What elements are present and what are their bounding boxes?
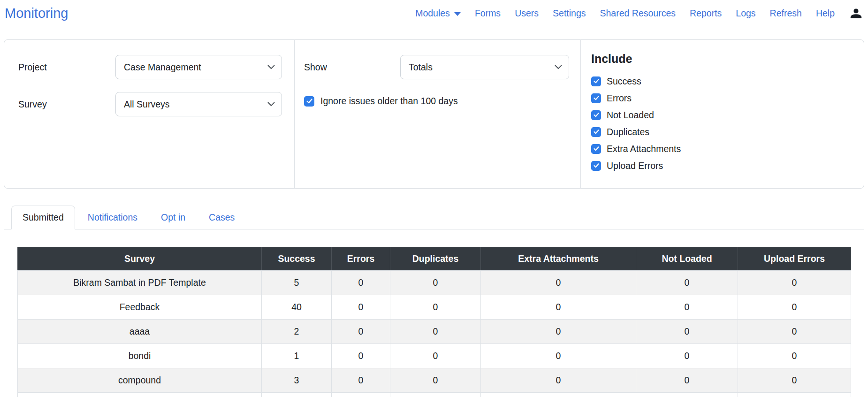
tab-notifications[interactable]: Notifications xyxy=(77,206,148,229)
include-checkbox-upload-errors[interactable] xyxy=(591,161,601,171)
table-row-feedback: Feedback4000000 xyxy=(18,295,851,320)
survey-select-wrap: All Surveys xyxy=(115,92,282,116)
table-cell: 0 xyxy=(636,368,738,393)
table-cell xyxy=(332,393,390,397)
filter-panel: Project Case Management Survey All Surve… xyxy=(4,39,864,189)
table-cell: Feedback xyxy=(18,295,262,320)
table-cell: 0 xyxy=(738,295,851,320)
table-cell: 0 xyxy=(481,295,636,320)
table-cell: 0 xyxy=(636,344,738,368)
column-header-errors: Errors xyxy=(332,247,390,271)
include-option-errors: Errors xyxy=(591,90,864,107)
column-header-extra-attachments: Extra Attachments xyxy=(481,247,636,271)
check-icon xyxy=(594,163,599,168)
tab-cases[interactable]: Cases xyxy=(198,206,245,229)
show-select[interactable]: Totals xyxy=(400,55,569,79)
table-header-row: SurveySuccessErrorsDuplicatesExtra Attac… xyxy=(18,247,851,271)
check-icon xyxy=(594,113,599,117)
nav-link-settings[interactable]: Settings xyxy=(553,8,586,19)
person-icon[interactable] xyxy=(850,7,862,20)
table-cell: compound xyxy=(18,368,262,393)
include-checkbox-errors[interactable] xyxy=(591,93,601,103)
include-checkbox-duplicates[interactable] xyxy=(591,127,601,137)
table-cell: 0 xyxy=(332,271,390,295)
include-checkbox-extra-attachments[interactable] xyxy=(591,144,601,154)
brand-link[interactable]: Monitoring xyxy=(5,7,68,20)
include-option-success: Success xyxy=(591,73,864,90)
column-header-survey: Survey xyxy=(18,247,262,271)
ignore-issues-row: Ignore issues older than 100 days xyxy=(304,96,571,107)
table-cell: 0 xyxy=(481,368,636,393)
table-cell: 0 xyxy=(738,320,851,344)
table-cell: 0 xyxy=(738,271,851,295)
table-cell: Bikram Sambat in PDF Template xyxy=(18,271,262,295)
table-cell: 0 xyxy=(390,344,481,368)
nav-link-shared-resources[interactable]: Shared Resources xyxy=(600,8,676,19)
table-cell: 0 xyxy=(390,295,481,320)
table-cell: 0 xyxy=(390,320,481,344)
table-cell xyxy=(636,393,738,397)
table-cell: 0 xyxy=(636,271,738,295)
show-label: Show xyxy=(304,62,400,73)
nav-link-help[interactable]: Help xyxy=(816,8,835,19)
table-row-bikram-sambat-in-pdf-template: Bikram Sambat in PDF Template500000 xyxy=(18,271,851,295)
table-cell xyxy=(262,393,332,397)
include-heading: Include xyxy=(591,52,864,66)
table-row-bondi: bondi100000 xyxy=(18,344,851,368)
column-header-duplicates: Duplicates xyxy=(390,247,481,271)
check-icon xyxy=(594,96,599,100)
show-select-wrap: Totals xyxy=(400,55,569,79)
page: Monitoring ModulesFormsUsersSettingsShar… xyxy=(0,0,868,397)
include-label-duplicates: Duplicates xyxy=(607,127,649,137)
include-options: SuccessErrorsNot LoadedDuplicatesExtra A… xyxy=(591,73,864,174)
nav-link-modules[interactable]: Modules xyxy=(415,8,461,19)
include-option-upload-errors: Upload Errors xyxy=(591,157,864,174)
include-label-extra-attachments: Extra Attachments xyxy=(607,144,681,154)
table-cell: 0 xyxy=(636,320,738,344)
project-select-wrap: Case Management xyxy=(115,55,282,79)
table-cell: 40 xyxy=(262,295,332,320)
include-label-upload-errors: Upload Errors xyxy=(607,160,663,171)
table-cell: 0 xyxy=(390,368,481,393)
table-cell: 1 xyxy=(262,344,332,368)
table-cell: 0 xyxy=(738,368,851,393)
tab-opt-in[interactable]: Opt in xyxy=(150,206,196,229)
table-cell xyxy=(481,393,636,397)
tab-bar: SubmittedNotificationsOpt inCases xyxy=(4,206,864,229)
nav-link-forms[interactable]: Forms xyxy=(475,8,501,19)
ignore-issues-label: Ignore issues older than 100 days xyxy=(320,96,458,107)
table-cell: 0 xyxy=(332,344,390,368)
table-cell: aaaa xyxy=(18,320,262,344)
filter-column-project: Project Case Management Survey All Surve… xyxy=(4,40,295,188)
column-header-success: Success xyxy=(262,247,332,271)
tab-submitted[interactable]: Submitted xyxy=(11,206,75,229)
table-row-compound: compound300000 xyxy=(18,368,851,393)
nav-link-users[interactable]: Users xyxy=(515,8,539,19)
survey-select[interactable]: All Surveys xyxy=(115,92,282,116)
project-label: Project xyxy=(18,62,115,73)
column-header-not-loaded: Not Loaded xyxy=(636,247,738,271)
table-cell: 0 xyxy=(738,344,851,368)
table-cell: 0 xyxy=(481,344,636,368)
check-icon xyxy=(594,146,599,151)
table-cell: bondi xyxy=(18,344,262,368)
ignore-issues-checkbox[interactable] xyxy=(304,96,314,107)
include-checkbox-success[interactable] xyxy=(591,76,601,86)
table-cell: 3 xyxy=(262,368,332,393)
nav-link-refresh[interactable]: Refresh xyxy=(770,8,802,19)
top-bar: Monitoring ModulesFormsUsersSettingsShar… xyxy=(0,0,868,26)
include-option-duplicates: Duplicates xyxy=(591,123,864,140)
include-option-not-loaded: Not Loaded xyxy=(591,107,864,123)
nav-link-logs[interactable]: Logs xyxy=(736,8,755,19)
include-label-not-loaded: Not Loaded xyxy=(607,110,654,121)
caret-down-icon xyxy=(454,12,461,16)
table-cell xyxy=(738,393,851,397)
check-icon xyxy=(306,99,312,104)
results-table: SurveySuccessErrorsDuplicatesExtra Attac… xyxy=(17,247,851,397)
table-cell: 0 xyxy=(332,368,390,393)
nav-link-reports[interactable]: Reports xyxy=(690,8,722,19)
table-cell xyxy=(18,393,262,397)
include-checkbox-not-loaded[interactable] xyxy=(591,110,601,120)
project-select[interactable]: Case Management xyxy=(115,55,282,79)
include-label-success: Success xyxy=(607,76,641,87)
